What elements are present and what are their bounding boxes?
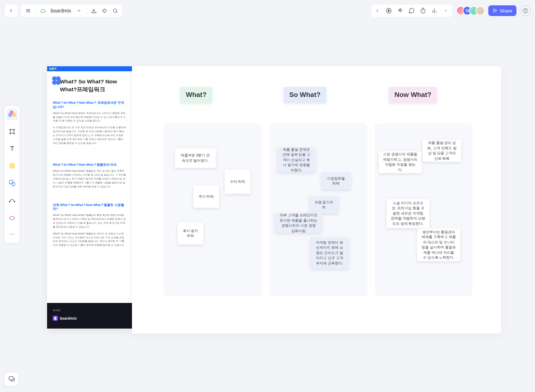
pages-icon xyxy=(8,376,15,383)
svg-marker-7 xyxy=(388,10,390,12)
top-bar: boardmix xyxy=(4,4,531,18)
chart-button[interactable] xyxy=(431,7,438,14)
doc-dropdown[interactable] xyxy=(76,7,83,14)
svg-point-29 xyxy=(14,201,15,202)
svg-point-28 xyxy=(9,201,10,202)
tag-icon xyxy=(102,8,107,14)
chevron-down-icon xyxy=(77,9,81,13)
menu-button[interactable] xyxy=(25,7,32,14)
frame-tool[interactable] xyxy=(6,126,18,137)
help-button[interactable] xyxy=(520,5,531,16)
present-button[interactable] xyxy=(385,7,392,14)
svg-rect-26 xyxy=(10,180,13,184)
chevron-left-icon xyxy=(9,8,14,13)
info-text: 이 프레임워크는 세 가지 직관 단계로 안내하는데 사건을 신중하게 접근하도… xyxy=(53,126,126,145)
search-button[interactable] xyxy=(112,7,119,14)
info-panel-body: What? So What? Now What?프레임워크 What？So Wh… xyxy=(47,71,132,303)
topbar-left: boardmix xyxy=(4,4,123,17)
pages-button[interactable] xyxy=(4,372,19,386)
shape-icon xyxy=(9,179,16,186)
user-plus-icon xyxy=(493,8,498,13)
info-panel-footer: 제작팀 boardmix xyxy=(47,303,132,329)
templates-icon xyxy=(8,110,16,118)
hamburger-icon xyxy=(25,8,31,14)
column-header-sowhat[interactable]: So What? xyxy=(284,87,326,103)
timer-button[interactable] xyxy=(419,7,427,14)
sticky-note-tool[interactable] xyxy=(6,160,18,171)
text-icon xyxy=(9,145,16,152)
framework-board[interactable]: What? So What? Now What? 매출액은 3분기 연속으로 떨… xyxy=(132,66,501,334)
brand-name: boardmix xyxy=(60,316,77,320)
svg-point-27 xyxy=(11,182,15,186)
sticky-note[interactable]: 주가 하락 xyxy=(193,186,219,208)
right-tools xyxy=(371,4,453,17)
tag-button[interactable] xyxy=(101,7,108,14)
svg-point-14 xyxy=(494,9,495,11)
connector-icon xyxy=(9,196,16,203)
sticky-note[interactable]: 직원 동기저하 xyxy=(309,196,338,213)
pen-icon xyxy=(8,213,16,221)
template-tag: 템플릿 xyxy=(49,67,57,71)
left-toolbar xyxy=(4,105,20,243)
doc-title[interactable]: boardmix xyxy=(51,8,71,14)
avatar[interactable] xyxy=(475,6,485,15)
info-panel-header: 템플릿 xyxy=(47,66,132,71)
back-button[interactable] xyxy=(4,4,18,17)
shape-tool[interactable] xyxy=(6,177,18,189)
collaborator-avatars[interactable]: O xyxy=(456,6,485,15)
info-text: What? So What? Now What? 템플릿은 특정 목표에 향한 … xyxy=(53,213,126,229)
brand: boardmix xyxy=(53,316,126,321)
cloud-sync-icon xyxy=(39,7,46,14)
sticky-note[interactable]: 제품 품질 관리 강화, 고객 만족도 향상 및 단골 고객의 신뢰 회복 xyxy=(423,140,461,162)
svg-point-18 xyxy=(525,12,525,12)
more-tools[interactable] xyxy=(6,228,18,240)
connector-tool[interactable] xyxy=(6,194,18,206)
sparkle-icon xyxy=(397,7,403,14)
chart-icon xyxy=(431,7,438,14)
sticky-note-icon xyxy=(9,162,16,169)
chevron-right-icon xyxy=(375,8,380,13)
sticky-note[interactable]: 수익 하락 xyxy=(225,170,250,194)
brand-logo-icon xyxy=(53,316,58,321)
svg-point-30 xyxy=(10,234,11,234)
sticky-note[interactable]: 회사 평가 하락 xyxy=(178,222,203,244)
topbar-right: O Share xyxy=(371,4,531,17)
info-text: What? So What? Now What? 템플릿은 개인 및 팀이 필요… xyxy=(53,169,126,189)
info-text: What? So What? Now What? 프레임워크는 사건이나 특정한… xyxy=(53,112,126,123)
pen-tool[interactable] xyxy=(6,211,18,223)
play-circle-icon xyxy=(386,7,392,14)
sticky-note[interactable]: 생산부서는 품질관리체제를 구축하고 제품의 테스트 및 모니터링을 실시하며 … xyxy=(417,228,460,261)
more-dropdown[interactable] xyxy=(442,7,449,14)
comment-button[interactable] xyxy=(408,7,415,14)
info-section2-title: What？So What？Now What？템플릿의 의의 xyxy=(53,163,126,167)
sparkle-button[interactable] xyxy=(397,7,404,14)
sticky-note[interactable]: 시장 경쟁사의 제품을 재평가하고, 경쟁사의 차별화 지점을 찾는다. xyxy=(379,151,422,173)
download-icon xyxy=(91,8,97,14)
templates-tool[interactable] xyxy=(6,109,18,120)
expand-button[interactable] xyxy=(374,7,381,14)
text-tool[interactable] xyxy=(6,143,18,154)
sticky-note[interactable]: 마케팅 전략이 혁신적이지 못해 브랜드 인지도가 떨어지고 신규 고객 유치에… xyxy=(310,237,349,269)
sticky-note[interactable]: 시장점유율 하락 xyxy=(321,172,351,190)
doc-pill: boardmix xyxy=(21,4,123,17)
timer-icon xyxy=(420,7,426,14)
svg-line-5 xyxy=(116,12,117,13)
more-icon xyxy=(9,231,15,237)
comment-icon xyxy=(408,7,415,14)
column-header-nowwhat[interactable]: Now What? xyxy=(389,87,437,103)
made-by-label: 제작팀 xyxy=(53,309,126,312)
svg-point-4 xyxy=(113,9,116,12)
sticky-note[interactable]: 외부 고객을 브레인이즈 유사한 제품을 출시하는 경쟁사와의 시장 경쟁 심화… xyxy=(275,213,322,233)
share-label: Share xyxy=(500,8,512,14)
sticky-note[interactable]: 소셜 미디어 프로모션, 파트너십 등을 포함한 새로운 마케팅 전략을 개발하… xyxy=(387,199,429,228)
help-icon xyxy=(523,8,528,14)
svg-rect-25 xyxy=(10,163,15,169)
column-header-what[interactable]: What? xyxy=(180,87,212,103)
download-button[interactable] xyxy=(90,7,97,14)
info-panel[interactable]: 템플릿 What? So What? Now What?프레임워크 What？S… xyxy=(47,66,132,329)
canvas[interactable]: boardmix xyxy=(0,0,535,392)
svg-point-31 xyxy=(12,234,12,234)
share-button[interactable]: Share xyxy=(488,5,516,16)
sticky-note[interactable]: 매출액은 3분기 연속으로 떨어졌다. xyxy=(175,148,216,168)
sticky-note[interactable]: 제품 품질 문제로 인해 일부 단골 고객이 손실되고 회사 평가에 영향을 미… xyxy=(277,148,316,172)
